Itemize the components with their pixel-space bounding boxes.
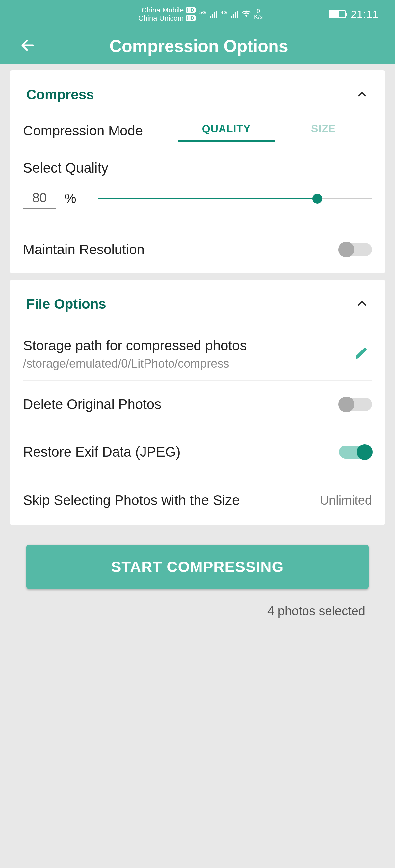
file-options-section-title: File Options bbox=[26, 296, 106, 312]
page-title: Compression Options bbox=[22, 36, 375, 56]
maintain-resolution-toggle[interactable] bbox=[339, 243, 372, 256]
signal-1-icon bbox=[210, 10, 217, 18]
maintain-resolution-row: Maintain Resolution bbox=[23, 226, 372, 273]
skip-size-label: Skip Selecting Photos with the Size bbox=[23, 492, 239, 509]
storage-path-value: /storage/emulated/0/LitPhoto/compress bbox=[23, 357, 344, 371]
compress-section-header[interactable]: Compress bbox=[10, 70, 385, 116]
file-options-card: File Options Storage path for compressed… bbox=[10, 280, 385, 525]
compression-mode-row: Compression Mode QUALITY SIZE bbox=[23, 116, 372, 142]
edit-path-button[interactable] bbox=[351, 343, 372, 365]
quality-slider[interactable] bbox=[98, 192, 372, 205]
restore-exif-toggle[interactable] bbox=[339, 445, 372, 459]
battery-icon bbox=[329, 10, 346, 19]
hd-badge-1: HD bbox=[186, 7, 196, 13]
skip-size-row[interactable]: Skip Selecting Photos with the Size Unli… bbox=[23, 476, 372, 525]
net-1-label: 5G bbox=[199, 9, 206, 15]
status-bar: China MobileHD China UnicomHD 5G 4G 0 K/… bbox=[0, 0, 395, 28]
app-bar: Compression Options bbox=[0, 28, 395, 64]
delete-original-row: Delete Original Photos bbox=[23, 381, 372, 428]
net-speed: 0 K/s bbox=[254, 8, 263, 20]
wifi-icon bbox=[242, 9, 251, 20]
file-options-section-header[interactable]: File Options bbox=[10, 280, 385, 325]
delete-original-toggle[interactable] bbox=[339, 398, 372, 411]
percent-label: % bbox=[64, 191, 76, 206]
storage-path-title: Storage path for compressed photos bbox=[23, 338, 344, 353]
compress-card: Compress Compression Mode QUALITY SIZE S… bbox=[10, 70, 385, 273]
start-compressing-button[interactable]: START COMPRESSING bbox=[26, 545, 369, 589]
restore-exif-label: Restore Exif Data (JPEG) bbox=[23, 444, 180, 460]
signal-2-icon bbox=[231, 10, 238, 18]
compression-mode-label: Compression Mode bbox=[23, 123, 178, 139]
selected-count: 4 photos selected bbox=[10, 604, 365, 618]
skip-size-value: Unlimited bbox=[320, 494, 372, 508]
carrier-info: China MobileHD China UnicomHD bbox=[138, 6, 196, 23]
chevron-up-icon bbox=[356, 88, 369, 102]
quality-control-row: % bbox=[23, 188, 372, 226]
restore-exif-row: Restore Exif Data (JPEG) bbox=[23, 428, 372, 476]
quality-input[interactable] bbox=[23, 188, 56, 209]
carrier-2: China Unicom bbox=[138, 14, 184, 22]
select-quality-label: Select Quality bbox=[23, 160, 372, 176]
chevron-up-icon bbox=[356, 297, 369, 311]
net-2-label: 4G bbox=[221, 9, 227, 15]
status-right: 21:11 bbox=[329, 8, 378, 21]
carrier-1: China Mobile bbox=[142, 6, 184, 14]
storage-path-row[interactable]: Storage path for compressed photos /stor… bbox=[23, 325, 372, 381]
delete-original-label: Delete Original Photos bbox=[23, 397, 161, 412]
network-icons: 5G 4G 0 K/s bbox=[199, 8, 263, 20]
clock: 21:11 bbox=[350, 8, 378, 21]
hd-badge-2: HD bbox=[186, 16, 196, 21]
compress-section-title: Compress bbox=[26, 87, 94, 102]
tab-size[interactable]: SIZE bbox=[275, 120, 372, 142]
mode-tabs: QUALITY SIZE bbox=[178, 120, 372, 142]
slider-thumb[interactable] bbox=[312, 194, 322, 204]
maintain-resolution-label: Maintain Resolution bbox=[23, 242, 144, 257]
tab-quality[interactable]: QUALITY bbox=[178, 120, 275, 142]
